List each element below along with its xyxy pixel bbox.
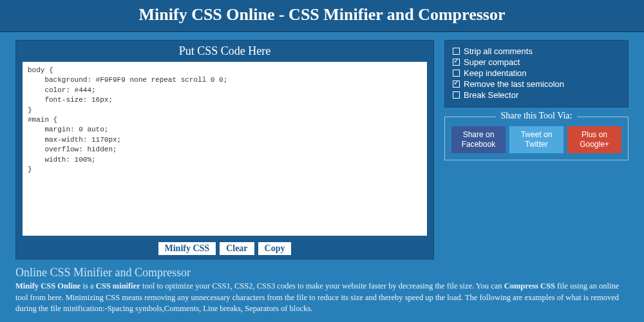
description-heading: Online CSS Minifier and Compressor	[15, 266, 629, 279]
share-twitter-button[interactable]: Tweet on Twitter	[509, 126, 564, 153]
share-title: Share this Tool Via:	[496, 111, 578, 121]
desc-bold-2: CSS minifier	[96, 281, 140, 290]
option-remove-last-semicolon[interactable]: Remove the last semicolon	[453, 79, 620, 90]
action-bar: Minify CSS Clear Copy	[23, 238, 427, 255]
share-facebook-button[interactable]: Share on Facebook	[451, 126, 506, 153]
description-text: Minify CSS Online is a CSS minifier tool…	[15, 281, 629, 315]
page-header: Minify CSS Online - CSS Minifier and Com…	[0, 0, 644, 32]
minify-button[interactable]: Minify CSS	[158, 242, 216, 255]
option-label: Strip all comments	[464, 46, 533, 56]
checkbox-icon	[453, 70, 460, 77]
copy-button[interactable]: Copy	[258, 242, 292, 255]
share-buttons: Share on Facebook Tweet on Twitter Plus …	[451, 126, 621, 153]
share-panel: Share this Tool Via: Share on Facebook T…	[444, 117, 629, 160]
checkbox-icon	[453, 59, 460, 66]
checkbox-icon	[453, 91, 460, 99]
input-panel: Put CSS Code Here Minify CSS Clear Copy	[15, 40, 434, 260]
desc-text-2: tool to optimize your CSS1, CSS2, CSS3 c…	[140, 281, 504, 290]
desc-bold-3: Compress CSS	[504, 281, 555, 290]
share-googleplus-button[interactable]: Plus on Google+	[567, 126, 621, 153]
description-section: Online CSS Minifier and Compressor Minif…	[0, 260, 644, 315]
options-panel: Strip all comments Super compact Keep in…	[444, 40, 629, 108]
desc-bold-1: Minify CSS Online	[15, 281, 80, 290]
checkbox-icon	[453, 48, 460, 55]
main-area: Put CSS Code Here Minify CSS Clear Copy …	[0, 32, 644, 260]
option-label: Keep indentation	[464, 68, 527, 78]
input-panel-title: Put CSS Code Here	[23, 43, 427, 62]
option-break-selector[interactable]: Break Selector	[453, 90, 620, 100]
option-keep-indentation[interactable]: Keep indentation	[453, 68, 620, 79]
page-title: Minify CSS Online - CSS Minifier and Com…	[0, 5, 644, 24]
css-input[interactable]	[23, 62, 427, 236]
checkbox-icon	[453, 80, 460, 88]
sidebar: Strip all comments Super compact Keep in…	[444, 40, 629, 260]
desc-text-1: is a	[80, 281, 95, 290]
option-super-compact[interactable]: Super compact	[453, 57, 620, 68]
option-label: Break Selector	[464, 90, 518, 100]
option-label: Super compact	[464, 57, 520, 67]
clear-button[interactable]: Clear	[220, 242, 254, 255]
option-strip-comments[interactable]: Strip all comments	[453, 46, 620, 57]
option-label: Remove the last semicolon	[464, 79, 564, 89]
